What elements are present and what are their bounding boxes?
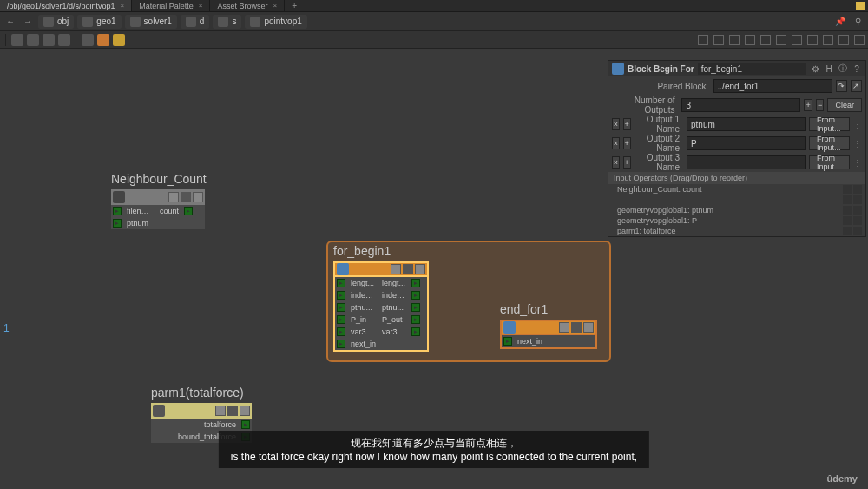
node-flag[interactable] <box>193 192 203 202</box>
input-port[interactable] <box>113 207 122 215</box>
decrease-button[interactable]: − <box>816 99 825 111</box>
houdini-icon[interactable]: H <box>824 63 834 74</box>
display-icon[interactable] <box>97 34 109 46</box>
node-flag[interactable] <box>227 406 238 416</box>
output-port[interactable] <box>411 279 420 287</box>
output2-input[interactable] <box>687 136 806 150</box>
io-list-item[interactable] <box>608 195 865 205</box>
output-port[interactable] <box>241 420 250 429</box>
io-list-item[interactable]: parm1: totalforce <box>608 226 865 236</box>
tool-e-icon[interactable] <box>760 35 771 45</box>
input-port[interactable] <box>337 315 345 324</box>
jump-icon[interactable]: ↗ <box>851 80 862 92</box>
tab-material[interactable]: Material Palette× <box>132 0 210 11</box>
breadcrumb-solver1[interactable]: solver1 <box>125 15 177 29</box>
input-port[interactable] <box>337 303 345 312</box>
input-port[interactable] <box>337 279 345 287</box>
tool-a-icon[interactable] <box>698 35 708 45</box>
num-outputs-input[interactable] <box>681 98 800 112</box>
node-for-begin[interactable]: for_begin1 lengt...lengt... index...inde… <box>333 244 429 352</box>
info-icon[interactable]: ⓘ <box>838 63 848 74</box>
node-flag[interactable] <box>559 322 569 333</box>
output-port[interactable] <box>411 315 420 324</box>
view-tree-icon[interactable] <box>27 34 39 46</box>
input-port[interactable] <box>503 337 512 346</box>
output-port[interactable] <box>411 291 420 300</box>
input-port[interactable] <box>337 340 345 348</box>
tool-b-icon[interactable] <box>713 35 724 45</box>
tool-c-icon[interactable] <box>729 35 740 45</box>
tab-asset[interactable]: Asset Browser× <box>210 0 285 11</box>
node-end-for[interactable]: end_for1 next_in <box>500 302 597 349</box>
handle-icon[interactable]: ⋮ <box>853 155 862 169</box>
tool-j-icon[interactable] <box>838 35 849 45</box>
handle-icon[interactable]: ⋮ <box>853 117 862 131</box>
tab-add-button[interactable]: + <box>285 1 304 10</box>
help-icon[interactable]: ? <box>852 63 862 74</box>
tab-pointvop[interactable]: /obj/geo1/solver1/d/s/pointvop1× <box>0 0 132 11</box>
add-button[interactable]: + <box>623 137 631 149</box>
remove-button[interactable]: × <box>612 118 620 130</box>
remove-button[interactable]: × <box>612 156 620 169</box>
output3-input[interactable] <box>687 155 806 169</box>
output-port[interactable] <box>184 207 193 215</box>
eye-icon[interactable] <box>843 216 852 225</box>
tool-i-icon[interactable] <box>823 35 833 45</box>
eye-icon[interactable] <box>843 227 852 235</box>
panel-node-name[interactable]: for_begin1 <box>698 63 806 75</box>
nav-forward-icon[interactable]: → <box>21 15 35 29</box>
layout-icon[interactable] <box>82 34 94 46</box>
find-icon[interactable]: ⚲ <box>851 15 865 29</box>
view-list-icon[interactable] <box>11 34 23 46</box>
output-port[interactable] <box>411 327 420 336</box>
breadcrumb-d[interactable]: d <box>181 15 210 29</box>
breadcrumb-geo1[interactable]: geo1 <box>77 15 121 29</box>
node-flag[interactable] <box>391 264 401 274</box>
add-button[interactable]: + <box>623 118 631 130</box>
view-grid-icon[interactable] <box>58 34 70 46</box>
node-neighbour-count[interactable]: Neighbour_Count filena...count ptnum <box>111 172 207 229</box>
output-port[interactable] <box>411 303 420 312</box>
io-list-item[interactable]: Neighbour_Count: count <box>608 184 865 195</box>
close-icon[interactable]: × <box>273 2 278 10</box>
from-input-button[interactable]: From Input... <box>809 136 850 150</box>
node-flag[interactable] <box>168 192 179 202</box>
x-icon[interactable] <box>853 185 862 194</box>
x-icon[interactable] <box>853 195 862 204</box>
link-icon[interactable]: ↷ <box>836 80 847 92</box>
handle-icon[interactable]: ⋮ <box>853 136 862 150</box>
clear-button[interactable]: Clear <box>827 98 862 112</box>
node-flag[interactable] <box>240 406 250 416</box>
eye-icon[interactable] <box>843 185 852 194</box>
node-flag[interactable] <box>415 264 425 274</box>
breadcrumb-obj[interactable]: obj <box>38 15 74 29</box>
view-network-icon[interactable] <box>43 34 55 46</box>
tool-h-icon[interactable] <box>807 35 818 45</box>
tool-d-icon[interactable] <box>745 35 755 45</box>
from-input-button[interactable]: From Input... <box>809 117 850 131</box>
remove-button[interactable]: × <box>612 137 620 149</box>
node-flag[interactable] <box>571 322 582 333</box>
input-port[interactable] <box>113 219 122 228</box>
x-icon[interactable] <box>853 206 862 215</box>
search-icon[interactable] <box>854 35 865 45</box>
input-port[interactable] <box>337 291 345 300</box>
paired-block-input[interactable] <box>713 79 832 93</box>
gear-icon[interactable]: ⚙ <box>810 63 820 74</box>
tool-f-icon[interactable] <box>776 35 786 45</box>
add-button[interactable]: + <box>623 156 631 169</box>
io-list-item[interactable]: geometryvopglobal1: ptnum <box>608 205 865 215</box>
close-icon[interactable]: × <box>199 2 203 10</box>
nav-back-icon[interactable]: ← <box>3 15 17 29</box>
tool-g-icon[interactable] <box>792 35 802 45</box>
node-flag[interactable] <box>215 406 226 416</box>
x-icon[interactable] <box>853 227 862 235</box>
output1-input[interactable] <box>687 117 806 131</box>
node-flag[interactable] <box>583 322 594 333</box>
breadcrumb-s[interactable]: s <box>213 15 241 29</box>
pin-icon[interactable]: 📌 <box>833 15 847 29</box>
breadcrumb-pointvop1[interactable]: pointvop1 <box>245 15 306 29</box>
eye-icon[interactable] <box>843 195 852 204</box>
close-icon[interactable]: × <box>121 2 125 10</box>
eye-icon[interactable] <box>843 206 852 215</box>
